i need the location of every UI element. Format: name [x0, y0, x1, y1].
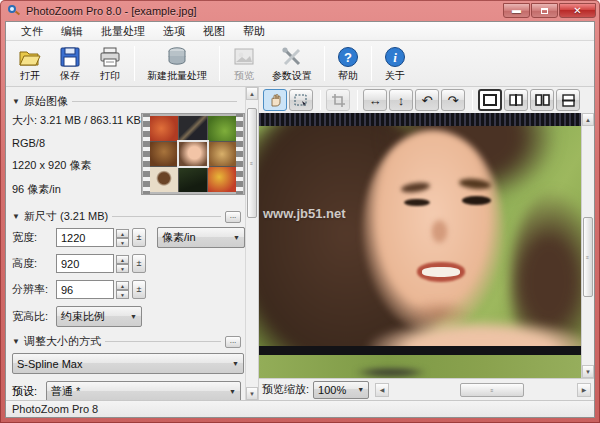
- split-horizontal-icon: [562, 94, 575, 107]
- preset-dropdown[interactable]: 普通 * ▼: [46, 381, 241, 400]
- scrollbar-thumb[interactable]: ≡: [247, 108, 257, 218]
- scroll-right-icon[interactable]: ▶: [577, 383, 591, 397]
- window-title: PhotoZoom Pro 8.0 - [example.jpg]: [26, 5, 197, 17]
- svg-text:i: i: [393, 50, 397, 65]
- width-stepper[interactable]: ▲▼: [116, 229, 129, 247]
- scroll-down-icon[interactable]: ▼: [246, 387, 258, 400]
- scrollbar-thumb[interactable]: ≡: [460, 383, 524, 397]
- menu-help[interactable]: 帮助: [234, 22, 274, 41]
- preview-horizontal-scrollbar[interactable]: ◀ ≡ ▶: [375, 383, 591, 397]
- menu-view[interactable]: 视图: [194, 22, 234, 41]
- thumb-drink: [150, 142, 178, 167]
- new-size-more-button[interactable]: ...: [225, 211, 241, 223]
- menu-file[interactable]: 文件: [12, 22, 52, 41]
- title-bar: PhotoZoom Pro 8.0 - [example.jpg] ▬ ✕: [0, 0, 600, 21]
- preview-panel: ↔ ↕ ↶ ↷: [258, 87, 594, 400]
- resolution-stepper[interactable]: ▲▼: [116, 281, 129, 299]
- menu-batch[interactable]: 批量处理: [92, 22, 154, 41]
- method-section-header[interactable]: ▼ 调整大小的方式 ...: [12, 334, 241, 349]
- save-button[interactable]: 保存: [50, 43, 90, 84]
- watermark-text: www.jb51.net: [263, 206, 346, 221]
- flip-vertical-icon: ↕: [398, 94, 405, 107]
- preview-photo[interactable]: www.jb51.net: [259, 126, 581, 346]
- rotate-right-button[interactable]: ↷: [441, 89, 465, 111]
- status-text: PhotoZoom Pro 8: [12, 403, 98, 415]
- resolution-plusminus-button[interactable]: ±: [132, 280, 146, 299]
- collapse-triangle-icon: ▼: [12, 97, 20, 106]
- new-size-section-title: 新尺寸 (3.21 MB): [24, 209, 108, 224]
- scrollbar-thumb[interactable]: ≡: [583, 217, 593, 297]
- stepper-down-icon: ▼: [116, 290, 129, 299]
- menu-bar: 文件 编辑 批量处理 选项 视图 帮助: [6, 22, 594, 41]
- algorithm-dropdown[interactable]: S-Spline Max ▼: [12, 353, 244, 374]
- menu-options[interactable]: 选项: [154, 22, 194, 41]
- width-input[interactable]: [56, 228, 114, 247]
- original-section-header[interactable]: ▼ 原始图像: [12, 94, 241, 109]
- single-view-button[interactable]: [478, 89, 502, 111]
- close-button[interactable]: ✕: [559, 3, 596, 18]
- chevron-down-icon: ▼: [227, 234, 240, 241]
- split-vertical-view-button[interactable]: [504, 89, 528, 111]
- thumb-pan: [208, 116, 236, 141]
- maximize-button[interactable]: [531, 3, 558, 18]
- crop-tool-button: [326, 89, 350, 111]
- split-horizontal-view-button[interactable]: [556, 89, 580, 111]
- preview-vertical-scrollbar[interactable]: ▲ ≡ ▼: [581, 113, 594, 378]
- chevron-down-icon: ▼: [351, 386, 364, 393]
- batch-stack-icon: [164, 46, 190, 68]
- height-plusminus-button[interactable]: ±: [132, 254, 146, 273]
- stepper-up-icon: ▲: [116, 255, 129, 264]
- scroll-up-icon[interactable]: ▲: [246, 87, 258, 100]
- width-plusminus-button[interactable]: ±: [132, 228, 146, 247]
- status-bar: PhotoZoom Pro 8: [6, 400, 594, 417]
- help-button[interactable]: ? 帮助: [329, 43, 367, 84]
- marquee-icon: [294, 94, 308, 107]
- preview-zoom-dropdown[interactable]: 100% ▼: [313, 381, 369, 399]
- hand-tool-button[interactable]: [263, 89, 287, 111]
- stepper-down-icon: ▼: [116, 238, 129, 247]
- settings-panel-scrollbar[interactable]: ▲ ≡ ▼: [245, 87, 258, 400]
- preview-zoom-bar: 预览缩放: 100% ▼ ◀ ≡ ▶: [259, 378, 594, 400]
- height-input[interactable]: [56, 254, 114, 273]
- height-stepper[interactable]: ▲▼: [116, 255, 129, 273]
- minimize-button[interactable]: ▬: [503, 3, 530, 18]
- main-toolbar: 打开 保存 打印 新建批量处理 预览 参数设置: [6, 41, 594, 87]
- aspect-ratio-dropdown[interactable]: 约束比例 ▼: [56, 306, 142, 327]
- about-button[interactable]: i 关于: [376, 43, 414, 84]
- flip-vertical-button[interactable]: ↕: [389, 89, 413, 111]
- chevron-down-icon: ▼: [124, 313, 137, 320]
- collapse-triangle-icon: ▼: [12, 212, 20, 221]
- menu-edit[interactable]: 编辑: [52, 22, 92, 41]
- thumb-portrait-selected[interactable]: [179, 142, 207, 167]
- original-resolution: 96 像素/in: [12, 182, 141, 197]
- rotate-left-icon: ↶: [422, 94, 433, 107]
- scroll-left-icon[interactable]: ◀: [375, 383, 389, 397]
- app-window: PhotoZoom Pro 8.0 - [example.jpg] ▬ ✕ 文件…: [0, 0, 600, 423]
- dual-view-button[interactable]: [530, 89, 554, 111]
- thumb-coffee: [150, 167, 178, 192]
- settings-button[interactable]: 参数设置: [264, 43, 320, 84]
- print-button[interactable]: 打印: [90, 43, 130, 84]
- settings-panel: ▼ 原始图像 大小: 3.21 MB / 863.11 KB RGB/8 122…: [6, 87, 258, 400]
- new-batch-button[interactable]: 新建批量处理: [139, 43, 215, 84]
- scroll-up-icon[interactable]: ▲: [582, 113, 594, 126]
- single-view-icon: [483, 94, 497, 106]
- aspect-ratio-label: 宽高比:: [12, 309, 56, 324]
- toolbar-separator: [219, 46, 220, 81]
- chevron-down-icon: ▼: [223, 388, 236, 395]
- scroll-down-icon[interactable]: ▼: [582, 365, 594, 378]
- rotate-left-button[interactable]: ↶: [415, 89, 439, 111]
- method-more-button[interactable]: ...: [225, 336, 241, 348]
- resolution-unit-dropdown[interactable]: 像素/in ▼: [157, 227, 245, 248]
- open-button[interactable]: 打开: [10, 43, 50, 84]
- preview-canvas[interactable]: www.jb51.net: [259, 113, 581, 378]
- thumb-fruit: [208, 167, 236, 192]
- marquee-tool-button[interactable]: [289, 89, 313, 111]
- new-size-section-header[interactable]: ▼ 新尺寸 (3.21 MB) ...: [12, 209, 241, 224]
- resolution-input[interactable]: [56, 280, 114, 299]
- thumb-leaf: [179, 167, 207, 192]
- stepper-up-icon: ▲: [116, 229, 129, 238]
- flip-horizontal-button[interactable]: ↔: [363, 89, 387, 111]
- filmstrip-bottom-edge: [259, 346, 581, 355]
- next-frame-sliver: [259, 355, 581, 378]
